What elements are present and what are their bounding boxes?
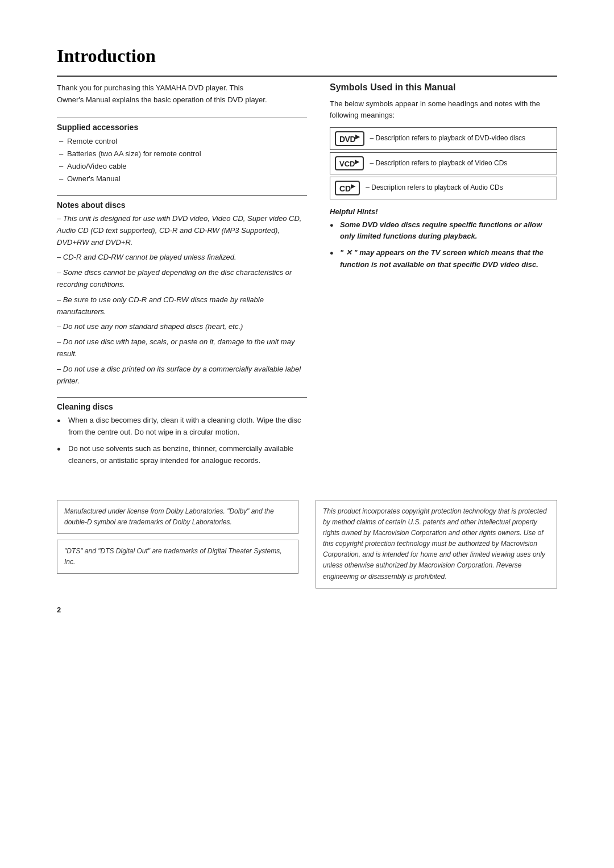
- cd-symbol-box: CD▶ – Description refers to playback of …: [330, 177, 557, 199]
- bottom-right: This product incorporates copyright prot…: [316, 500, 557, 589]
- notes-para-2: – Some discs cannot be played depending …: [57, 267, 307, 291]
- title-divider: [57, 76, 557, 77]
- notes-para-5: – Do not use disc with tape, scals, or p…: [57, 336, 307, 360]
- helpful-hint-item: " ✕ " may appears on the TV screen which…: [330, 247, 557, 271]
- bottom-section: Manufactured under license from Dolby La…: [57, 500, 557, 589]
- cleaning-divider: [57, 397, 307, 398]
- macrovision-box: This product incorporates copyright prot…: [316, 500, 557, 589]
- left-column: Thank you for purchasing this YAMAHA DVD…: [57, 82, 307, 477]
- list-item: Batteries (two AA size) for remote contr…: [59, 148, 307, 160]
- notes-about-discs-section: Notes about discs – This unit is designe…: [57, 195, 307, 387]
- notes-about-discs-title: Notes about discs: [57, 201, 307, 210]
- main-content: Thank you for purchasing this YAMAHA DVD…: [57, 82, 557, 477]
- supplied-accessories-title: Supplied accessories: [57, 123, 307, 132]
- right-column: Symbols Used in this Manual The below sy…: [330, 82, 557, 477]
- notes-para-6: – Do not use a disc printed on its surfa…: [57, 364, 307, 387]
- vcd-symbol-desc: – Description refers to playback of Vide…: [370, 158, 507, 168]
- page: Introduction Thank you for purchasing th…: [0, 0, 614, 868]
- cd-symbol-desc: – Description refers to playback of Audi…: [366, 183, 503, 193]
- dts-text: "DTS" and "DTS Digital Out" are trademar…: [64, 547, 282, 566]
- cleaning-discs-title: Cleaning discs: [57, 402, 307, 411]
- dvd-symbol-box: DVD▶ – Description refers to playback of…: [330, 127, 557, 150]
- supplied-divider: [57, 118, 307, 118]
- supplied-accessories-list: Remote control Batteries (two AA size) f…: [57, 135, 307, 185]
- cleaning-discs-section: Cleaning discs When a disc becomes dirty…: [57, 397, 307, 466]
- notes-para-4: – Do not use any non standard shaped dis…: [57, 321, 307, 333]
- list-item: When a disc becomes dirty, clean it with…: [57, 415, 307, 439]
- cleaning-discs-list: When a disc becomes dirty, clean it with…: [57, 415, 307, 466]
- helpful-hints-title: Helpful Hints!: [330, 207, 557, 216]
- list-item: Owner's Manual: [59, 173, 307, 185]
- helpful-hint-item: Some DVD video discs require specific fu…: [330, 219, 557, 243]
- symbols-intro: The below symbols appear in some heading…: [330, 98, 557, 120]
- intro-paragraph: Thank you for purchasing this YAMAHA DVD…: [57, 82, 267, 106]
- list-item: Remote control: [59, 135, 307, 148]
- notes-para-3: – Be sure to use only CD-R and CD-RW dis…: [57, 294, 307, 318]
- symbols-title: Symbols Used in this Manual: [330, 82, 557, 93]
- list-item: Do not use solvents such as benzine, thi…: [57, 443, 307, 467]
- dvd-badge: DVD▶: [335, 131, 364, 146]
- notes-para-1: – CD-R and CD-RW cannot be played unless…: [57, 252, 307, 264]
- dts-box: "DTS" and "DTS Digital Out" are trademar…: [57, 540, 298, 574]
- vcd-symbol-box: VCD▶ – Description refers to playback of…: [330, 152, 557, 174]
- notes-divider: [57, 195, 307, 196]
- bottom-left: Manufactured under license from Dolby La…: [57, 500, 298, 589]
- list-item: Audio/Video cable: [59, 160, 307, 173]
- dvd-symbol-desc: – Description refers to playback of DVD-…: [370, 133, 525, 143]
- helpful-hints-list: Some DVD video discs require specific fu…: [330, 219, 557, 271]
- dolby-text: Manufactured under license from Dolby La…: [64, 507, 274, 526]
- supplied-accessories-section: Supplied accessories Remote control Batt…: [57, 118, 307, 185]
- helpful-hints-section: Helpful Hints! Some DVD video discs requ…: [330, 207, 557, 271]
- dolby-box: Manufactured under license from Dolby La…: [57, 500, 298, 534]
- page-title: Introduction: [57, 45, 557, 66]
- page-number: 2: [57, 606, 557, 614]
- macrovision-text: This product incorporates copyright prot…: [323, 507, 547, 581]
- notes-para-0: – This unit is designed for use with DVD…: [57, 213, 307, 248]
- cd-badge: CD▶: [335, 181, 360, 195]
- vcd-badge: VCD▶: [335, 156, 364, 170]
